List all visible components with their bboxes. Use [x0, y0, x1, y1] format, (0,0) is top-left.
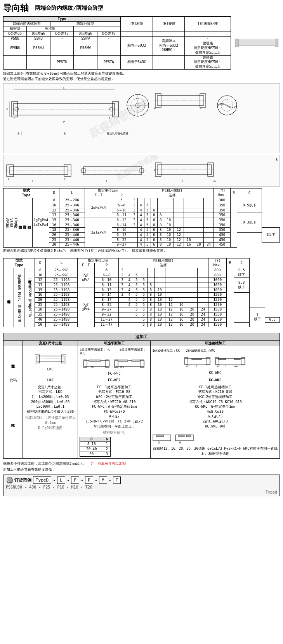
- m8-25: 8: [157, 237, 164, 243]
- dt2-p-12: 6～10: [94, 278, 119, 283]
- d-g6-1: D公差g6: [3, 31, 27, 37]
- svg-text:R: R: [64, 132, 66, 135]
- dash7: -: [74, 55, 97, 69]
- dt2-row-16: 16 25～1198 6～14 3 4 5 6 8 10 1200: [3, 293, 280, 298]
- dh-d-1: 8-18: [80, 442, 103, 447]
- dt2-c-top: 0.5以下: [234, 268, 249, 277]
- dt2-m4-12: 4: [126, 278, 133, 283]
- svg-rect-74: [206, 358, 210, 365]
- dt1-m3-8: 3: [131, 198, 138, 203]
- dt2-m5-16: 5: [133, 293, 140, 298]
- m16-30: 16: [184, 243, 194, 248]
- m4-13: 4: [137, 213, 144, 218]
- m24-10: [204, 203, 214, 208]
- dt2-m8-50: 8: [147, 322, 154, 327]
- dt1-r-header: R: [231, 188, 237, 198]
- m20-15: [194, 218, 204, 223]
- dt2-m5-15: 5: [133, 288, 140, 293]
- dt2-d-35: 35: [35, 312, 46, 318]
- dt2-p-50: 11～47: [94, 322, 119, 327]
- hardness-note-2: 追加工可能会导致有效硬度降低.: [3, 467, 280, 472]
- m5-30: 5: [144, 243, 151, 248]
- svg-text:L: L: [106, 180, 107, 183]
- svg-rect-68: [140, 360, 144, 367]
- tsuika-tech-label: 技术说明: [3, 383, 23, 459]
- dt2-d-16: 16: [35, 293, 46, 298]
- dt2-m16-25: 16: [176, 302, 187, 307]
- dt1-ft-header: F・T: [85, 193, 112, 198]
- shaft-svg: [234, 31, 279, 54]
- svg-rect-81: [218, 358, 226, 360]
- dt1-l-10: 25～346: [59, 203, 85, 208]
- dt2-m6-10: [140, 273, 147, 278]
- m3-10: 3: [131, 203, 138, 208]
- dt1-row-8: 精密型两端台阶内螺纹型(D公差g6)VSNUVPSNU 2≦F≦Px42≦T≦P…: [3, 198, 280, 203]
- svg-text:L: L: [181, 179, 183, 182]
- dt2-m10-12: [154, 278, 165, 283]
- m12-15: [174, 218, 184, 223]
- svg-rect-25: [157, 96, 204, 105]
- m12-10: [174, 203, 184, 208]
- svg-text:T: T: [109, 117, 111, 120]
- dt1-m24-8: [204, 198, 214, 203]
- dt2-c-bot: 1以下: [249, 307, 265, 327]
- dt2-m6-15: 6: [140, 288, 147, 293]
- dt1-l-8: 25～296: [59, 198, 85, 203]
- dt1-p-25: 8～22: [112, 237, 131, 243]
- tsuika-tech-row: 技术说明 变更L尺寸公差.书写方式：LKC注：L<200时，L±0.03200≦…: [3, 383, 280, 459]
- dash3: -: [50, 41, 73, 55]
- dt2-p-16: 6～14: [94, 293, 119, 298]
- m6-15: 6: [151, 218, 157, 223]
- dt1-l-20: 25～446: [59, 232, 85, 237]
- dt2-m5-8: [133, 268, 140, 273]
- svg-text:D: D: [7, 108, 8, 111]
- dt2-m16-35: 16: [176, 312, 187, 318]
- dt2-m6-12: 6: [140, 278, 147, 283]
- dh-d-header: D: [80, 437, 103, 442]
- m8-30: 8: [157, 243, 164, 248]
- ssnw: SSNW: [74, 36, 97, 41]
- dt1-m16-8: [184, 198, 194, 203]
- m3-16: 3: [131, 223, 138, 228]
- dt2-m12-20: 12: [165, 298, 176, 303]
- dt2-m5-12: 5: [133, 278, 140, 283]
- dt1-p-10: 6～8: [112, 203, 131, 208]
- dt2-m10-10: [154, 273, 165, 278]
- dt1-p-18: 8～16: [112, 228, 131, 233]
- dt2-d-40: 40: [35, 317, 46, 322]
- dt2-m20-30: 20: [187, 307, 198, 312]
- dt2-l-40: 25～1498: [46, 317, 78, 322]
- dt2-m20-50: 20: [187, 322, 198, 327]
- dt2-m12-8: [165, 268, 176, 273]
- dt2-m4-8: [126, 268, 133, 273]
- tsuika-header: 追加工: [3, 333, 280, 341]
- type-table-wrap: Type [M]材质 [H]硬度 [S]表面处理 两端台阶内螺纹型 两端台阶型 …: [3, 16, 231, 70]
- lkc-label: LKC: [24, 367, 76, 372]
- dim-table2-section: 型式Type D L 指定单位1mm M(粗牙螺纹) (Y)Max. R C F…: [3, 258, 280, 328]
- svg-text:D: D: [154, 168, 156, 171]
- m20-18: [194, 228, 204, 233]
- tsuika-shape-label: 可选加工形式: [3, 346, 23, 378]
- dt1-y-30: 450: [214, 243, 230, 248]
- dt2-m24-10: [198, 273, 208, 278]
- dh-row-1: 8-18 1: [80, 442, 111, 447]
- printer-icon: [6, 476, 14, 484]
- m10-10: [164, 203, 174, 208]
- tsuika-lkc-shape: LKC: [23, 346, 78, 378]
- kc-illus-1: G: [152, 431, 172, 445]
- mat-s45c: 相当于S45C: [121, 55, 153, 69]
- order-l: L: [57, 476, 65, 484]
- dt2-m24-20: [198, 298, 208, 303]
- kc-wkc-desc-cell: KC:1处可选键槽加工书写方式：KC10-G10WKC:2处可选键槽加工书写方式…: [151, 383, 280, 459]
- dt2-m24-8: [198, 268, 208, 273]
- dt2-m10-16: 10: [154, 293, 165, 298]
- dash1: -: [50, 36, 73, 41]
- m4-18: 4: [137, 228, 144, 233]
- lkc-sub: 指定LKC时，L尺寸指定单位可为0.1mmD-P≦2时不适用: [24, 415, 76, 430]
- notes-top: 端部加工部分(有效螺纹长度+10mm)可能会因加工的退火效应而导致硬度降低. 通…: [3, 71, 280, 82]
- dt1-l-18: 25～346: [59, 228, 85, 233]
- svg-text:C: C: [225, 365, 226, 368]
- dt2-m4-40: [126, 317, 133, 322]
- dt2-r-header: R: [227, 258, 234, 268]
- note-top-2: 通过附近可能会因加工的退火效应导致的变形，便外径公差超出规定值.: [3, 77, 280, 82]
